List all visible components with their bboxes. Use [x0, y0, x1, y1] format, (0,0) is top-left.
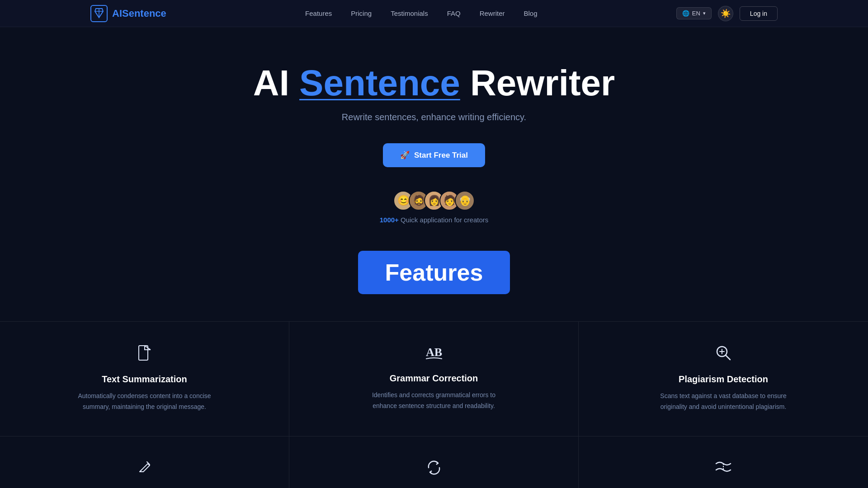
feature-desc: Identifies and corrects grammatical erro… [366, 390, 502, 412]
feature-title: Grammar Correction [390, 373, 478, 384]
pencil-icon [138, 460, 151, 477]
nav-faq[interactable]: FAQ [447, 9, 461, 17]
nav-pricing[interactable]: Pricing [351, 9, 372, 17]
hero-section: AI Sentence Rewriter Rewrite sentences, … [0, 27, 868, 321]
nav-right: 🌐 EN ▾ ☀️ Log in [676, 6, 778, 21]
login-button[interactable]: Log in [740, 6, 778, 21]
chevron-down-icon: ▾ [703, 10, 706, 16]
nav-features[interactable]: Features [305, 9, 332, 17]
features-grid: Text Summarization Automatically condens… [0, 321, 868, 488]
feature-card-variations: Multiple Variations Generates diverse ve… [579, 436, 868, 488]
refresh-icon [426, 460, 442, 479]
nav-rewriter[interactable]: Rewriter [480, 9, 505, 17]
social-proof: 😊 🧔 👩 🧑 👴 1000+ Quick application for cr… [380, 191, 489, 224]
doc-icon [138, 345, 151, 364]
cta-label: Start Free Trial [414, 151, 468, 160]
avatar: 👴 [455, 191, 475, 211]
start-trial-button[interactable]: 🚀 Start Free Trial [383, 143, 485, 167]
logo-text: AISentence [112, 8, 166, 19]
lang-label: EN [692, 10, 700, 17]
ab-icon: AB [426, 345, 442, 363]
feature-title: Plagiarism Detection [679, 374, 768, 385]
feature-desc: Scans text against a vast database to en… [656, 391, 791, 413]
feature-card-grammar: AB Grammar Correction Identifies and cor… [289, 322, 579, 436]
navbar: AISentence Features Pricing Testimonials… [0, 0, 868, 27]
globe-icon: 🌐 [682, 10, 689, 17]
logo-icon [90, 5, 108, 22]
avatar-group: 😊 🧔 👩 🧑 👴 [393, 191, 475, 211]
nav-blog[interactable]: Blog [524, 9, 538, 17]
feature-card-plagiarism: Plagiarism Detection Scans text against … [579, 322, 868, 436]
svg-text:AB: AB [426, 346, 442, 359]
feature-desc: Automatically condenses content into a c… [77, 391, 212, 413]
hero-title: AI Sentence Rewriter [253, 63, 615, 103]
svg-rect-0 [139, 346, 148, 360]
variations-icon [715, 460, 731, 477]
logo[interactable]: AISentence [90, 5, 166, 22]
features-badge: Features [358, 251, 510, 294]
hero-subtitle: Rewrite sentences, enhance writing effic… [342, 112, 526, 122]
sun-icon: ☀️ [721, 9, 731, 19]
theme-toggle[interactable]: ☀️ [718, 6, 733, 21]
features-section: Text Summarization Automatically condens… [0, 321, 868, 488]
hero-highlight: Sentence [299, 63, 460, 103]
nav-testimonials[interactable]: Testimonials [391, 9, 428, 17]
language-selector[interactable]: 🌐 EN ▾ [676, 7, 712, 19]
feature-card-summarization: Text Summarization Automatically condens… [0, 322, 289, 436]
feature-title: Text Summarization [102, 374, 187, 385]
search-magnify-icon [716, 345, 731, 364]
rocket-icon: 🚀 [400, 150, 410, 160]
svg-line-3 [726, 355, 730, 360]
feature-card-rewriting: Instant Rewriting Provides immediate sug… [289, 436, 579, 488]
nav-links: Features Pricing Testimonials FAQ Rewrit… [305, 9, 537, 18]
feature-card-style: Style Improvement Refines sentence fluen… [0, 436, 289, 488]
users-count: 1000+ Quick application for creators [380, 216, 489, 224]
